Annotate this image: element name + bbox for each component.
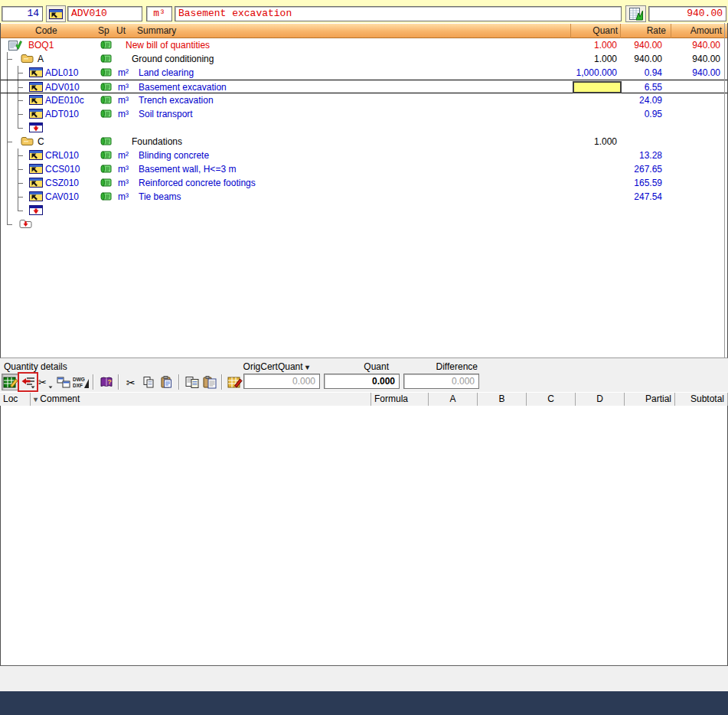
- qd-col-header-b[interactable]: B: [478, 393, 527, 406]
- calc-sheet-button[interactable]: [625, 5, 646, 22]
- difference-input[interactable]: 0.000: [403, 374, 479, 389]
- item-unit-field[interactable]: m³: [146, 6, 172, 21]
- row-quant: 1.000: [529, 40, 617, 51]
- toolbar-separator: [178, 374, 180, 390]
- quantity-toolbar: ✂DWGDXF?✂: [2, 373, 243, 391]
- qd-col-header-a[interactable]: A: [429, 393, 478, 406]
- qd-col-header-formula[interactable]: Formula: [371, 393, 429, 406]
- row-code: C: [38, 136, 44, 147]
- insert-lines-button[interactable]: [19, 374, 37, 390]
- item-amount-field[interactable]: 940.00: [648, 6, 726, 21]
- copy-cells-button[interactable]: [54, 374, 72, 390]
- quantity-lines-table[interactable]: [0, 406, 728, 666]
- row-summary: Trench excavation: [139, 95, 214, 106]
- tree-dash: [18, 183, 23, 184]
- quant-edit-cell[interactable]: [573, 81, 622, 93]
- item-code-field[interactable]: ADV010: [67, 6, 142, 21]
- row-summary: Basement excavation: [139, 82, 227, 93]
- open-item-button[interactable]: [46, 5, 66, 22]
- tree-dash: [7, 224, 12, 225]
- row-rate: 13.28: [619, 150, 662, 161]
- taskbar: [0, 691, 728, 715]
- qd-col-header-comment[interactable]: ▾ Comment: [31, 393, 371, 406]
- row-unit: m³: [118, 82, 129, 93]
- scroll-icon: [100, 109, 112, 119]
- col-header-rate[interactable]: Rate: [622, 25, 666, 36]
- cut-button[interactable]: ✂: [122, 374, 140, 390]
- col-header-amount[interactable]: Amount: [668, 25, 722, 36]
- boq-row[interactable]: ADV010m³Basement excavation6.55: [1, 80, 727, 93]
- folder-icon[interactable]: [21, 136, 34, 146]
- scroll-icon: [100, 192, 112, 201]
- row-number-field[interactable]: 14: [2, 6, 43, 21]
- row-rate: 0.94: [619, 67, 662, 78]
- boq-row[interactable]: CRL010m²Blinding concrete13.28: [1, 149, 727, 162]
- row-amount: 940.00: [665, 67, 720, 78]
- svg-text:DXF: DXF: [73, 383, 83, 388]
- split-lines-button[interactable]: ✂: [37, 374, 54, 390]
- dwg-dxf-button[interactable]: DWGDXF: [72, 374, 90, 390]
- help-book-button[interactable]: ?: [97, 374, 115, 390]
- col-header-sp[interactable]: Sp: [98, 25, 109, 36]
- item-icon: [29, 95, 43, 105]
- row-unit: m³: [118, 109, 129, 119]
- chevron-down-icon[interactable]: ▾: [34, 395, 38, 403]
- origcertquant-input[interactable]: 0.000: [243, 374, 320, 389]
- measurement-edit-button[interactable]: [2, 374, 19, 390]
- insert-lines-icon: [21, 376, 36, 389]
- row-unit: m²: [118, 150, 129, 161]
- qd-col-header-partial[interactable]: Partial: [625, 393, 675, 406]
- boq-row[interactable]: ADT010m³Soil transport0.95: [1, 107, 727, 121]
- tree-dash: [18, 100, 23, 101]
- copy-lines-button[interactable]: [183, 374, 201, 390]
- boq-row[interactable]: CCS010m³Basement wall, H<=3 m267.65: [1, 162, 727, 176]
- col-header-code[interactable]: Code: [35, 25, 57, 36]
- boq-row[interactable]: CSZ010m³Reinforced concrete footings165.…: [1, 176, 727, 190]
- boq-row-chapter[interactable]: CFoundations1.000: [1, 135, 727, 149]
- qd-col-header-subtotal[interactable]: Subtotal: [675, 393, 728, 406]
- qd-col-header-loc[interactable]: Loc: [0, 393, 31, 406]
- chevron-down-icon[interactable]: ▾: [305, 363, 309, 371]
- row-quant: 1,000.000: [529, 67, 617, 78]
- temp-measurement-icon: [227, 376, 243, 389]
- row-rate: 940.00: [619, 40, 662, 51]
- folder-icon[interactable]: [21, 54, 34, 64]
- row-code: CAV010: [45, 191, 79, 202]
- row-rate: 267.65: [619, 164, 662, 175]
- row-code: ADL010: [45, 67, 78, 78]
- boq-row[interactable]: CAV010m³Tie beams247.54: [1, 190, 727, 204]
- quantity-details-pane: Quantity details OrigCertQuant ▾ Quant D…: [0, 360, 728, 691]
- temp-measurement-button[interactable]: [226, 374, 243, 390]
- row-code: CSZ010: [45, 178, 79, 188]
- boq-row-root[interactable]: BOQ1New bill of quantities1.000940.00940…: [1, 38, 727, 52]
- boq-document-icon[interactable]: [8, 40, 22, 51]
- origcertquant-label-text: OrigCertQuant: [243, 361, 303, 372]
- boq-row[interactable]: [1, 121, 727, 135]
- boq-row-chapter[interactable]: AGround conditioning1.000940.00940.00: [1, 52, 727, 66]
- scroll-icon: [100, 68, 112, 77]
- boq-row[interactable]: ADL010m²Land clearing1,000.0000.94940.00: [1, 66, 727, 80]
- item-summary-field[interactable]: Basement excavation: [175, 6, 622, 21]
- col-header-quant[interactable]: Quant: [537, 25, 618, 36]
- row-summary: Tie beams: [139, 191, 181, 202]
- qd-col-header-d[interactable]: D: [576, 393, 625, 406]
- col-header-ut[interactable]: Ut: [116, 25, 126, 36]
- row-unit: m³: [118, 95, 129, 106]
- boq-row[interactable]: [1, 217, 727, 231]
- item-edit-bar: 14 ADV010 m³ Basement excavation 940.00: [0, 0, 728, 24]
- toolbar-separator: [93, 374, 94, 390]
- paste-button[interactable]: [158, 374, 175, 390]
- row-code: BOQ1: [28, 40, 54, 51]
- col-header-summary[interactable]: Summary: [137, 25, 176, 36]
- boq-row[interactable]: ADE010cm³Trench excavation24.09: [1, 93, 727, 107]
- boq-row[interactable]: [1, 204, 727, 217]
- row-code: A: [38, 54, 44, 64]
- quant-input[interactable]: 0.000: [324, 374, 400, 389]
- origcertquant-label[interactable]: OrigCertQuant ▾: [230, 361, 309, 372]
- qd-col-header-c[interactable]: C: [527, 393, 576, 406]
- copy-cells-icon: [56, 376, 71, 389]
- row-code: ADT010: [45, 109, 79, 119]
- item-icon: [29, 67, 43, 77]
- paste-lines-button[interactable]: [201, 374, 218, 390]
- copy-button[interactable]: [140, 374, 158, 390]
